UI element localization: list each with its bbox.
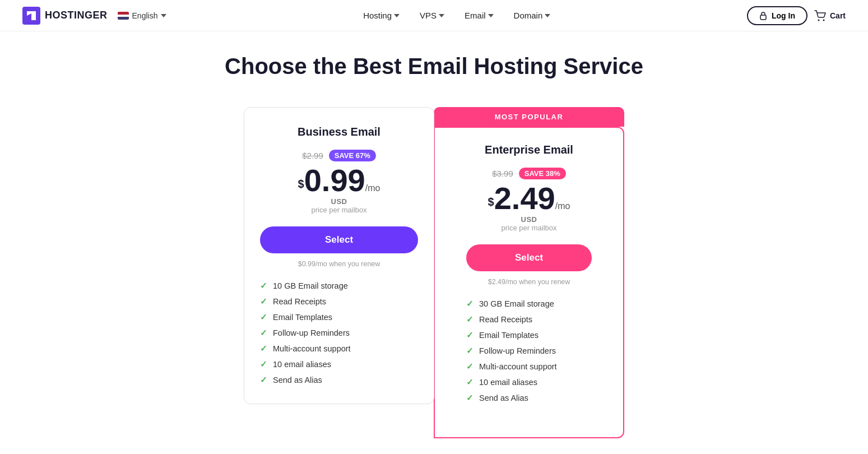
- logo[interactable]: HOSTINGER: [22, 7, 108, 25]
- enterprise-currency: USD: [466, 215, 592, 224]
- nav-item-hosting[interactable]: Hosting: [355, 6, 407, 25]
- business-main-price: $0.99/mo: [260, 165, 418, 196]
- check-icon: ✓: [466, 299, 474, 309]
- enterprise-plan-card: Enterprise Email $3.99 SAVE 38% $2.49/mo…: [434, 127, 624, 438]
- chevron-down-icon: [439, 14, 444, 17]
- language-selector[interactable]: English: [118, 11, 167, 20]
- header: HOSTINGER English Hosting VPS Email Doma…: [0, 0, 868, 31]
- business-price-per: price per mailbox: [260, 206, 418, 214]
- enterprise-main-price: $2.49/mo: [466, 183, 592, 214]
- check-icon: ✓: [260, 297, 267, 307]
- svg-rect-1: [760, 15, 766, 20]
- check-icon: ✓: [260, 359, 267, 369]
- chevron-down-icon: [545, 14, 550, 17]
- business-plan-name: Business Email: [260, 126, 418, 138]
- lock-icon: [759, 11, 767, 20]
- logo-text: HOSTINGER: [45, 10, 108, 21]
- chevron-down-icon: [394, 14, 400, 17]
- main-nav: Hosting VPS Email Domain: [355, 6, 558, 25]
- list-item: ✓ 10 email aliases: [260, 356, 418, 372]
- list-item: ✓ 10 email aliases: [466, 374, 592, 390]
- check-icon: ✓: [466, 330, 474, 340]
- header-left: HOSTINGER English: [22, 7, 166, 25]
- enterprise-price-amount: 2.49: [494, 180, 555, 216]
- enterprise-select-button[interactable]: Select: [466, 244, 592, 271]
- list-item: ✓ Multi-account support: [466, 359, 592, 374]
- business-select-button[interactable]: Select: [260, 226, 418, 253]
- enterprise-original-price: $3.99: [492, 169, 513, 178]
- login-button[interactable]: Log In: [747, 6, 807, 25]
- nav-item-vps[interactable]: VPS: [412, 6, 452, 25]
- enterprise-price-per: price per mailbox: [466, 224, 592, 232]
- svg-point-3: [823, 19, 824, 21]
- enterprise-price-symbol: $: [488, 196, 494, 208]
- check-icon: ✓: [466, 393, 474, 403]
- business-price-row: $2.99 SAVE 67%: [260, 150, 418, 161]
- business-price-mo: /mo: [365, 183, 380, 193]
- cart-label: Cart: [830, 11, 846, 20]
- login-label: Log In: [772, 11, 795, 20]
- cart-button[interactable]: Cart: [814, 10, 846, 21]
- check-icon: ✓: [260, 344, 267, 354]
- list-item: ✓ Email Templates: [466, 327, 592, 343]
- check-icon: ✓: [466, 362, 474, 372]
- svg-point-2: [818, 19, 819, 21]
- check-icon: ✓: [260, 312, 267, 322]
- list-item: ✓ Read Receipts: [260, 294, 418, 309]
- logo-icon: [22, 7, 40, 25]
- enterprise-save-badge: SAVE 38%: [519, 168, 566, 179]
- enterprise-wrapper: MOST POPULAR Enterprise Email $3.99 SAVE…: [434, 107, 624, 438]
- page-title: Choose the Best Email Hosting Service: [11, 54, 857, 79]
- business-renew-note: $0.99/mo when you renew: [260, 260, 418, 268]
- list-item: ✓ Read Receipts: [466, 312, 592, 327]
- enterprise-renew-note: $2.49/mo when you renew: [466, 278, 592, 286]
- header-actions: Log In Cart: [747, 6, 846, 25]
- nav-item-domain[interactable]: Domain: [506, 6, 559, 25]
- check-icon: ✓: [260, 281, 267, 291]
- business-currency: USD: [260, 197, 418, 206]
- main-content: Choose the Best Email Hosting Service Bu…: [0, 31, 868, 454]
- enterprise-features-list: ✓ 30 GB Email storage ✓ Read Receipts ✓ …: [466, 296, 592, 406]
- check-icon: ✓: [466, 314, 474, 325]
- cart-icon: [814, 10, 827, 21]
- list-item: ✓ 10 GB Email storage: [260, 278, 418, 294]
- plans-container: Business Email $2.99 SAVE 67% $0.99/mo U…: [11, 107, 857, 438]
- business-price-amount: 0.99: [304, 163, 365, 198]
- list-item: ✓ Follow-up Reminders: [260, 325, 418, 341]
- language-label: English: [132, 11, 158, 20]
- nav-item-email[interactable]: Email: [457, 6, 502, 25]
- business-plan-card: Business Email $2.99 SAVE 67% $0.99/mo U…: [244, 107, 434, 404]
- enterprise-price-mo: /mo: [555, 201, 570, 211]
- check-icon: ✓: [260, 375, 267, 385]
- list-item: ✓ 30 GB Email storage: [466, 296, 592, 312]
- business-original-price: $2.99: [302, 151, 323, 160]
- enterprise-plan-name: Enterprise Email: [466, 143, 592, 156]
- check-icon: ✓: [466, 377, 474, 387]
- list-item: ✓ Send as Alias: [466, 390, 592, 406]
- business-features-list: ✓ 10 GB Email storage ✓ Read Receipts ✓ …: [260, 278, 418, 388]
- most-popular-banner: MOST POPULAR: [434, 107, 624, 127]
- check-icon: ✓: [466, 346, 474, 356]
- flag-icon: [118, 12, 129, 20]
- list-item: ✓ Multi-account support: [260, 341, 418, 356]
- chevron-down-icon: [488, 14, 494, 17]
- enterprise-card-inner: Enterprise Email $3.99 SAVE 38% $2.49/mo…: [451, 128, 607, 421]
- chevron-down-icon: [161, 14, 166, 17]
- check-icon: ✓: [260, 328, 267, 338]
- list-item: ✓ Email Templates: [260, 309, 418, 325]
- list-item: ✓ Follow-up Reminders: [466, 343, 592, 359]
- business-save-badge: SAVE 67%: [329, 150, 376, 161]
- enterprise-price-row: $3.99 SAVE 38%: [466, 168, 592, 179]
- list-item: ✓ Send as Alias: [260, 372, 418, 388]
- business-price-symbol: $: [298, 178, 304, 190]
